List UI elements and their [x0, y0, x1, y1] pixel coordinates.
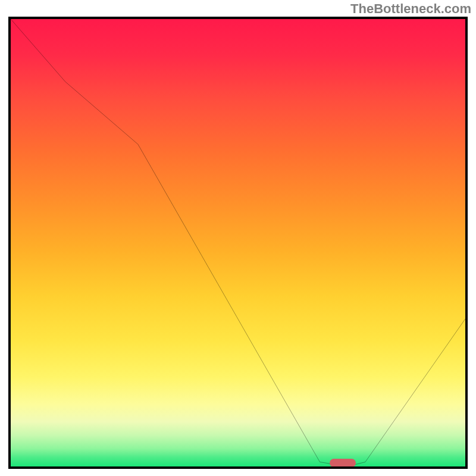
optimum-marker	[330, 459, 356, 467]
bottleneck-curve	[11, 19, 465, 466]
chart-plot-area	[8, 17, 468, 469]
watermark-text: TheBottleneck.com	[350, 1, 471, 17]
curve-path	[11, 19, 465, 466]
